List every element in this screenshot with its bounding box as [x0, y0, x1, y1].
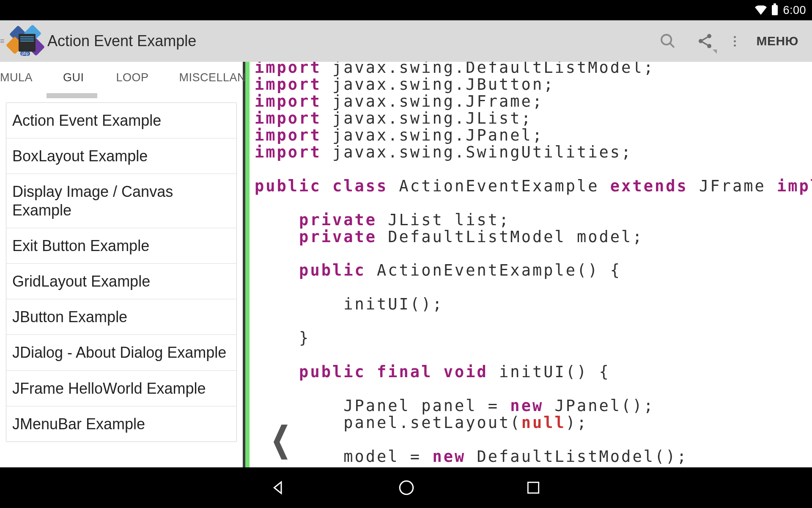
nav-back-icon[interactable]: [271, 479, 288, 496]
svg-line-1: [670, 43, 674, 47]
list-item[interactable]: JButton Example: [6, 299, 236, 335]
menu-button[interactable]: МЕНЮ: [756, 34, 798, 48]
page-title: Action Event Example: [47, 32, 659, 50]
list-item[interactable]: BoxLayout Example: [6, 138, 236, 174]
battery-icon: [772, 5, 778, 15]
list-item[interactable]: JMenuBar Example: [6, 406, 236, 442]
status-time: 6:00: [783, 4, 806, 17]
tab-gui[interactable]: GUI: [55, 62, 92, 93]
search-icon[interactable]: [659, 33, 676, 50]
tab-miscellan[interactable]: MISCELLAN: [172, 62, 254, 93]
code-pane[interactable]: import javax.swing.DefaultListModel; imp…: [245, 62, 812, 467]
svg-point-4: [707, 44, 711, 48]
android-nav-bar: [0, 467, 812, 508]
list-item[interactable]: Exit Button Example: [6, 228, 236, 264]
drawer-icon[interactable]: ≡: [0, 39, 5, 43]
tab-bar: MULA GUI LOOP MISCELLAN: [0, 62, 243, 93]
example-list: Action Event Example BoxLayout Example D…: [6, 102, 237, 442]
nav-recent-icon[interactable]: [525, 480, 541, 496]
list-item[interactable]: GridLayout Example: [6, 264, 236, 299]
svg-point-5: [400, 481, 413, 494]
list-item[interactable]: Action Event Example: [6, 103, 236, 138]
prev-chevron-icon[interactable]: ❮: [271, 420, 291, 459]
code-gutter: [245, 62, 250, 467]
svg-point-0: [661, 35, 671, 44]
svg-point-3: [699, 39, 703, 43]
nav-home-icon[interactable]: [398, 479, 415, 497]
tab-indicator: [0, 93, 243, 98]
svg-rect-6: [528, 482, 538, 493]
app-logo[interactable]: php: [8, 26, 45, 56]
action-bar: ≡ php Action Event Example МЕНЮ: [0, 20, 812, 62]
wifi-icon: [755, 6, 767, 15]
tab-mula[interactable]: MULA: [0, 62, 40, 93]
overflow-icon[interactable]: [734, 36, 736, 47]
list-item[interactable]: JDialog - About Dialog Example: [6, 335, 236, 370]
list-item[interactable]: Display Image / Canvas Example: [6, 174, 236, 228]
android-status-bar: 6:00: [0, 0, 812, 20]
list-item[interactable]: JFrame HelloWorld Example: [6, 371, 236, 406]
sidebar: MULA GUI LOOP MISCELLAN Action Event Exa…: [0, 62, 245, 467]
share-icon[interactable]: [697, 33, 713, 50]
code-content: import javax.swing.DefaultListModel; imp…: [250, 62, 812, 467]
tab-loop[interactable]: LOOP: [109, 62, 156, 93]
svg-point-2: [707, 34, 711, 38]
